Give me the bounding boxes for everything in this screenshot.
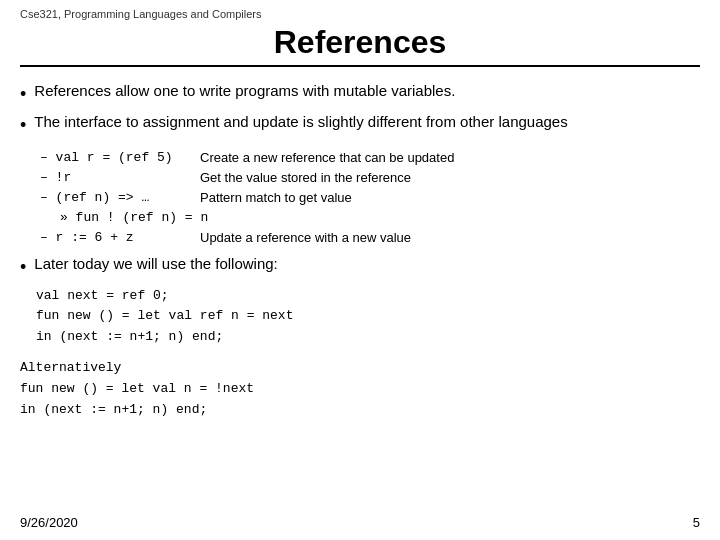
bullet-text-2: The interface to assignment and update i… <box>34 112 567 132</box>
bullet-item-1: • References allow one to write programs… <box>20 81 700 106</box>
code-label-1: – !r <box>40 168 200 188</box>
code-block-1-line-0: val next = ref 0; <box>36 286 700 307</box>
bullet-dot-1: • <box>20 82 26 106</box>
code-desc-1: Get the value stored in the reference <box>200 168 411 188</box>
footer: 9/26/2020 5 <box>20 515 700 530</box>
code-block-1-line-2: in (next := n+1; n) end; <box>36 327 700 348</box>
code-block-1: val next = ref 0; fun new () = let val r… <box>36 286 700 348</box>
code-desc-0: Create a new reference that can be updat… <box>200 148 454 168</box>
code-desc-2: Pattern match to get value <box>200 188 352 208</box>
code-examples: – val r = (ref 5) Create a new reference… <box>40 148 700 249</box>
alt-block: Alternatively fun new () = let val n = !… <box>20 358 700 420</box>
course-title: Cse321, Programming Languages and Compil… <box>20 8 700 20</box>
alt-block-line-0: Alternatively <box>20 358 700 379</box>
code-row-2: – (ref n) => … Pattern match to get valu… <box>40 188 700 208</box>
alt-block-line-1: fun new () = let val n = !next <box>20 379 700 400</box>
bullet-dot-later: • <box>20 255 26 279</box>
later-bullet: • Later today we will use the following: <box>20 254 700 279</box>
bullet-dot-2: • <box>20 113 26 137</box>
code-desc-4: Update a reference with a new value <box>200 228 411 248</box>
bullet-section: • References allow one to write programs… <box>20 81 700 138</box>
alt-block-line-2: in (next := n+1; n) end; <box>20 400 700 421</box>
code-label-0: – val r = (ref 5) <box>40 148 200 168</box>
code-block-1-line-1: fun new () = let val ref n = next <box>36 306 700 327</box>
bullet-item-2: • The interface to assignment and update… <box>20 112 700 137</box>
footer-date: 9/26/2020 <box>20 515 78 530</box>
footer-page: 5 <box>693 515 700 530</box>
code-label-4: – r := 6 + z <box>40 228 200 248</box>
slide-title: References <box>20 24 700 67</box>
code-row-0: – val r = (ref 5) Create a new reference… <box>40 148 700 168</box>
slide-page: Cse321, Programming Languages and Compil… <box>0 0 720 540</box>
code-row-3: » fun ! (ref n) = n <box>40 208 700 228</box>
code-label-2: – (ref n) => … <box>40 188 200 208</box>
later-bullet-text: Later today we will use the following: <box>34 254 277 274</box>
code-row-4: – r := 6 + z Update a reference with a n… <box>40 228 700 248</box>
bullet-text-1: References allow one to write programs w… <box>34 81 455 101</box>
code-row-1: – !r Get the value stored in the referen… <box>40 168 700 188</box>
code-label-3: » fun ! (ref n) = n <box>60 208 220 228</box>
